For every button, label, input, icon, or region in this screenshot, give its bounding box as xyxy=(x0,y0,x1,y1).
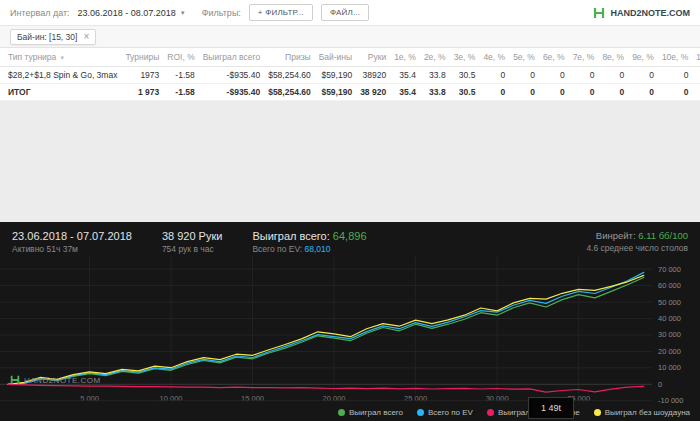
table-cell: 0 xyxy=(569,84,599,101)
table-cell: $59,190 xyxy=(315,67,356,84)
column-header[interactable]: Выиграл всего xyxy=(199,48,264,67)
svg-text:5 000: 5 000 xyxy=(80,394,99,403)
hand2note-logo: HAND2NOTE.COM xyxy=(593,7,690,19)
column-header[interactable]: 2е, % xyxy=(420,48,450,67)
table-cell: 0 xyxy=(569,67,599,84)
column-header[interactable]: 7е, % xyxy=(569,48,599,67)
table-cell: 0 xyxy=(692,67,700,84)
date-range-value: 23.06.2018 - 08.07.2018 xyxy=(78,8,176,18)
winnings-line-chart[interactable]: 5 00010 00015 00020 00025 00030 00035 00… xyxy=(0,256,700,404)
legend-dot-icon xyxy=(417,409,424,416)
svg-text:15 000: 15 000 xyxy=(241,394,264,403)
svg-text:70 000: 70 000 xyxy=(658,265,681,274)
add-filter-button[interactable]: + ФИЛЬТР... xyxy=(249,4,313,21)
chart-line-выиграл-на-шоудауне xyxy=(8,384,644,392)
table-cell: $58,254.60 xyxy=(264,84,315,101)
column-header[interactable]: 9е, % xyxy=(628,48,658,67)
column-header[interactable]: Тип турнира▼ xyxy=(0,48,121,67)
table-cell: 0 xyxy=(658,84,692,101)
legend-label: Выиграл без шоудауна xyxy=(605,408,690,417)
svg-text:0: 0 xyxy=(658,380,662,389)
table-cell: $28,2+$1,8 Spin & Go, 3max xyxy=(0,67,121,84)
svg-text:-10 000: -10 000 xyxy=(658,396,683,404)
chevron-down-icon: ▼ xyxy=(180,10,186,16)
svg-text:10 000: 10 000 xyxy=(160,394,183,403)
chart-tooltip: 1 49t xyxy=(528,397,574,419)
svg-text:25 000: 25 000 xyxy=(404,394,427,403)
buyin-filter-chip-label: Бай-ин: [15, 30] xyxy=(17,32,77,42)
winrate-value: 6.11 бб/100 xyxy=(638,230,688,241)
winnings-chart-panel: 23.06.2018 - 07.07.2018 Активно 51ч 37м … xyxy=(0,222,700,421)
table-cell: -1.58 xyxy=(163,84,198,101)
legend-item[interactable]: Выиграл без шоудауна xyxy=(594,408,690,417)
legend-dot-icon xyxy=(338,409,345,416)
table-cell: $59,190 xyxy=(315,84,356,101)
buyin-filter-chip[interactable]: Бай-ин: [15, 30] × xyxy=(10,29,96,45)
chart-date-range: 23.06.2018 - 07.07.2018 xyxy=(12,230,132,242)
table-cell: 0 xyxy=(598,84,628,101)
hands-count: 38 920 Руки xyxy=(162,230,223,242)
table-cell: -$935.40 xyxy=(199,67,264,84)
column-header[interactable]: 8е, % xyxy=(598,48,628,67)
column-header[interactable]: 4е, % xyxy=(479,48,509,67)
file-button[interactable]: ФАЙЛ... xyxy=(321,4,369,21)
table-cell: 0 xyxy=(539,67,569,84)
close-icon[interactable]: × xyxy=(83,32,89,42)
date-range-label: Интервал дат: xyxy=(10,8,70,18)
column-header[interactable]: 6е, % xyxy=(539,48,569,67)
table-cell: 33.8 xyxy=(420,84,450,101)
active-filters-bar: Бай-ин: [15, 30] × xyxy=(0,26,700,48)
filters-label: Фильтры: xyxy=(202,8,241,18)
svg-text:10 000: 10 000 xyxy=(658,363,681,372)
column-header[interactable]: ROI, % xyxy=(163,48,198,67)
column-header[interactable]: 3е, % xyxy=(450,48,480,67)
table-cell: 1 973 xyxy=(121,84,163,101)
table-cell: 0 xyxy=(479,84,509,101)
avg-tables: 4.6 среднее число столов xyxy=(586,243,688,253)
column-header[interactable]: 11е, % xyxy=(692,48,700,67)
column-header[interactable]: 1е, % xyxy=(390,48,420,67)
table-cell: 0 xyxy=(658,67,692,84)
svg-text:40 000: 40 000 xyxy=(658,314,681,323)
legend-label: Выиграл всего xyxy=(349,408,403,417)
table-cell: -1.58 xyxy=(163,67,198,84)
filter-icon[interactable]: ▼ xyxy=(59,55,65,61)
table-cell: 0 xyxy=(628,84,658,101)
column-header[interactable]: 10е, % xyxy=(658,48,692,67)
legend-dot-icon xyxy=(487,409,494,416)
svg-text:60 000: 60 000 xyxy=(658,281,681,290)
ev-total-label: Всего по EV: xyxy=(252,244,302,254)
tournament-report-table: Тип турнира▼ТурнирыROI, %Выиграл всегоПр… xyxy=(0,48,700,101)
toolbar: Интервал дат: 23.06.2018 - 08.07.2018 ▼ … xyxy=(0,0,700,26)
legend-dot-icon xyxy=(594,409,601,416)
chart-watermark-text: HAND2NOTE.COM xyxy=(24,376,101,385)
date-range-select[interactable]: 23.06.2018 - 08.07.2018 ▼ xyxy=(78,8,186,18)
table-cell: $58,254.60 xyxy=(264,67,315,84)
table-cell: 35.4 xyxy=(390,67,420,84)
table-row[interactable]: ИТОГ1 973-1.58-$935.40$58,254.60$59,1903… xyxy=(0,84,700,101)
hand2note-logo-icon xyxy=(593,7,605,19)
legend-item[interactable]: Выиграл всего xyxy=(338,408,403,417)
table-header-row: Тип турнира▼ТурнирыROI, %Выиграл всегоПр… xyxy=(0,48,700,67)
table-row[interactable]: $28,2+$1,8 Spin & Go, 3max1973-1.58-$935… xyxy=(0,67,700,84)
chart-watermark: HAND2NOTE.COM xyxy=(10,375,101,385)
ev-total-value: 68,010 xyxy=(305,244,331,254)
table-cell: 0 xyxy=(539,84,569,101)
table-cell: 30.5 xyxy=(450,67,480,84)
hands-per-hour: 754 рук в час xyxy=(162,244,223,254)
column-header[interactable]: Бай-ины xyxy=(315,48,356,67)
legend-label: Всего по EV xyxy=(428,408,473,417)
table-cell: 33.8 xyxy=(420,67,450,84)
table-cell: 38920 xyxy=(356,67,390,84)
column-header[interactable]: 5е, % xyxy=(509,48,539,67)
content-gap xyxy=(0,101,700,222)
table-cell: ИТОГ xyxy=(0,84,121,101)
legend-item[interactable]: Всего по EV xyxy=(417,408,473,417)
table-cell: 1973 xyxy=(121,67,163,84)
column-header[interactable]: Турниры xyxy=(121,48,163,67)
hands-block: 38 920 Руки 754 рук в час xyxy=(162,230,223,254)
column-header[interactable]: Руки xyxy=(356,48,390,67)
winrate-block: Винрейт: 6.11 бб/100 4.6 среднее число с… xyxy=(586,230,688,253)
won-total-value: 64,896 xyxy=(333,230,367,242)
column-header[interactable]: Призы xyxy=(264,48,315,67)
